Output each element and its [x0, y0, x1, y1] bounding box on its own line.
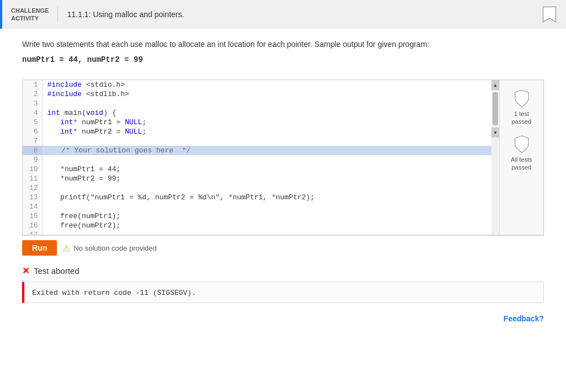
- test2-badge: All tests passed: [504, 135, 539, 172]
- line-number: 17: [23, 230, 43, 235]
- line-number: 13: [23, 193, 43, 202]
- line-number: 14: [23, 202, 43, 211]
- table-row: 2#include <stdlib.h>: [23, 89, 491, 99]
- line-content[interactable]: [43, 99, 491, 108]
- line-content[interactable]: [43, 183, 491, 193]
- table-row: 14: [23, 202, 491, 211]
- error-output: Exited with return code -11 (SIGSEGV).: [22, 282, 544, 303]
- line-content[interactable]: free(numPtr1);: [43, 211, 491, 221]
- table-row: 11 *numPtr2 = 99;: [23, 174, 491, 183]
- shield-icon-1: [513, 89, 530, 108]
- test2-label: All tests passed: [504, 156, 539, 172]
- challenge-header: CHALLENGE ACTIVITY 11.1.1: Using malloc …: [0, 0, 566, 29]
- error-text: Exited with return code -11 (SIGSEGV).: [32, 289, 196, 297]
- table-row: 10 *numPtr1 = 44;: [23, 165, 491, 174]
- page-wrapper: CHALLENGE ACTIVITY 11.1.1: Using malloc …: [0, 0, 566, 392]
- line-number: 9: [23, 155, 43, 165]
- table-row: 9: [23, 155, 491, 165]
- test1-badge: 1 test passed: [504, 89, 539, 126]
- line-number: 4: [23, 108, 43, 118]
- line-content[interactable]: int* numPtr1 = NULL;: [43, 118, 491, 127]
- line-content[interactable]: [43, 202, 491, 211]
- table-row: 15 free(numPtr1);: [23, 211, 491, 221]
- editor-container: 1#include <stdio.h>2#include <stdlib.h>3…: [22, 80, 544, 235]
- line-content[interactable]: [43, 155, 491, 165]
- line-number: 2: [23, 89, 43, 99]
- line-number: 12: [23, 183, 43, 193]
- table-row: 7: [23, 136, 491, 146]
- line-content[interactable]: *numPtr1 = 44;: [43, 165, 491, 174]
- scrollbar-up-button[interactable]: ▲: [491, 80, 499, 90]
- test-panel: 1 test passed All tests passed: [499, 80, 543, 235]
- test1-label: 1 test passed: [504, 110, 539, 126]
- shield-icon-2: [513, 135, 530, 153]
- bookmark-icon[interactable]: [542, 6, 557, 23]
- scrollbar[interactable]: ▲ ▼: [491, 80, 499, 235]
- table-row: 16 free(numPtr2);: [23, 221, 491, 230]
- challenge-label: CHALLENGE ACTIVITY: [11, 7, 58, 23]
- line-content[interactable]: free(numPtr2);: [43, 221, 491, 230]
- run-area: Run ⚠ No solution code provided: [22, 235, 544, 260]
- line-content[interactable]: int* numPtr2 = NULL;: [43, 127, 491, 136]
- scrollbar-down-button[interactable]: ▼: [491, 128, 499, 137]
- line-number: 3: [23, 99, 43, 108]
- line-number: 7: [23, 136, 43, 146]
- warning-icon: ⚠: [62, 243, 70, 253]
- line-number: 15: [23, 211, 43, 221]
- run-button[interactable]: Run: [22, 240, 57, 256]
- challenge-title: 11.1.1: Using malloc and pointers.: [67, 10, 542, 19]
- line-number: 8: [23, 146, 43, 155]
- line-content[interactable]: /* Your solution goes here */: [43, 146, 491, 155]
- test-aborted-area: ✕ Test aborted: [22, 262, 544, 279]
- feedback-area: Feedback?: [0, 305, 566, 327]
- warning-text: No solution code provided: [74, 244, 156, 252]
- warning-area: ⚠ No solution code provided: [62, 243, 156, 253]
- line-number: 5: [23, 118, 43, 127]
- line-content[interactable]: printf("numPtr1 = %d, numPtr2 = %d\n", *…: [43, 193, 491, 202]
- line-content[interactable]: [43, 136, 491, 146]
- code-area[interactable]: 1#include <stdio.h>2#include <stdlib.h>3…: [23, 80, 491, 235]
- test-aborted-text: Test aborted: [34, 266, 80, 276]
- table-row: 1#include <stdio.h>: [23, 80, 491, 89]
- table-row: 3: [23, 99, 491, 108]
- description-text: Write two statements that each use mallo…: [22, 40, 544, 49]
- line-number: 16: [23, 221, 43, 230]
- table-row: 4int main(void) {: [23, 108, 491, 118]
- line-content[interactable]: int main(void) {: [43, 108, 491, 118]
- description-area: Write two statements that each use mallo…: [0, 29, 566, 74]
- line-content[interactable]: #include <stdio.h>: [43, 80, 491, 89]
- table-row: 6 int* numPtr2 = NULL;: [23, 127, 491, 136]
- code-scroll[interactable]: 1#include <stdio.h>2#include <stdlib.h>3…: [23, 80, 491, 235]
- line-number: 10: [23, 165, 43, 174]
- line-content[interactable]: *numPtr2 = 99;: [43, 174, 491, 183]
- line-content[interactable]: [43, 230, 491, 235]
- table-row: 8 /* Your solution goes here */: [23, 146, 491, 155]
- table-row: 12: [23, 183, 491, 193]
- table-row: 17: [23, 230, 491, 235]
- table-row: 13 printf("numPtr1 = %d, numPtr2 = %d\n"…: [23, 193, 491, 202]
- line-number: 6: [23, 127, 43, 136]
- sample-output: numPtr1 = 44, numPtr2 = 99: [22, 55, 544, 64]
- table-row: 5 int* numPtr1 = NULL;: [23, 118, 491, 127]
- feedback-link[interactable]: Feedback?: [504, 314, 544, 323]
- scrollbar-thumb[interactable]: [492, 92, 498, 125]
- line-number: 1: [23, 80, 43, 89]
- code-table: 1#include <stdio.h>2#include <stdlib.h>3…: [23, 80, 491, 235]
- line-content[interactable]: #include <stdlib.h>: [43, 89, 491, 99]
- line-number: 11: [23, 174, 43, 183]
- x-icon: ✕: [22, 266, 29, 276]
